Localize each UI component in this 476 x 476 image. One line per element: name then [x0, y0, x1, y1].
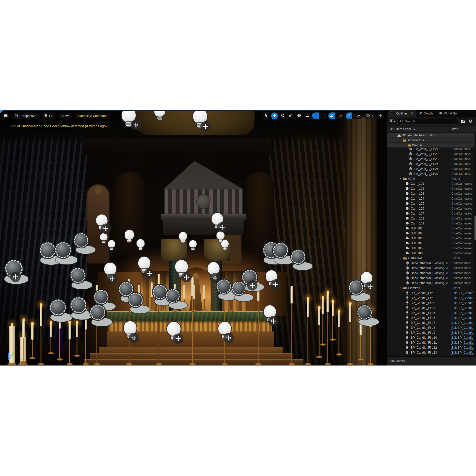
point-light-sprite-icon[interactable] [179, 232, 187, 243]
outliner-row[interactable]: DarkCathedral_Blocking_v0StaticMeshAct [387, 281, 475, 286]
outliner-row[interactable]: Still_103CineCameraAc [387, 236, 475, 241]
outliner-row[interactable]: ▾CathedralFolder [387, 256, 475, 261]
move-gizmo-icon[interactable] [270, 279, 281, 290]
camera-speed-value[interactable]: 4 [364, 112, 376, 119]
emitter-sprite-icon[interactable] [153, 285, 167, 299]
outliner-row[interactable]: DarkCathedral_Blocking_v0StaticMeshAct [387, 271, 475, 276]
move-gizmo-icon[interactable] [217, 222, 227, 232]
outliner-row[interactable]: Cam_104CineCameraAc [387, 196, 475, 201]
grid-snap-value[interactable]: 10 [319, 112, 327, 119]
outliner-settings-button[interactable]: ⚙ [468, 119, 473, 124]
emitter-sprite-icon[interactable] [273, 243, 288, 258]
expand-arrow-icon[interactable]: ▾ [400, 287, 401, 289]
angle-snap-button[interactable] [328, 112, 335, 119]
outliner-row[interactable]: DarkCathedral_Blocking_v0StaticMeshAct [387, 261, 475, 266]
camera-speed-group[interactable]: 4 [364, 112, 376, 119]
emitter-sprite-icon[interactable] [90, 305, 106, 320]
expand-arrow-icon[interactable]: ▾ [400, 177, 401, 180]
move-gizmo-icon[interactable] [210, 273, 220, 283]
outliner-row[interactable]: Cam_105CineCameraAc [387, 201, 475, 206]
scale-tool-button[interactable] [288, 112, 294, 119]
move-gizmo-icon[interactable] [131, 120, 141, 130]
scalability-button[interactable]: Scalability: Cinematic [73, 112, 110, 119]
outliner-row[interactable]: BP_Candle_Fire2Edit BP_Candle [387, 295, 475, 300]
search-chevron-icon[interactable]: ▾ [454, 120, 456, 123]
outliner-row[interactable]: Cam_109CineCameraAc [387, 221, 475, 226]
outliner-row[interactable]: ▾CAMFolder [387, 176, 475, 181]
outliner-row[interactable]: Cam_108CineCameraAc [387, 216, 475, 221]
outliner-row[interactable]: Cam_107CineCameraAc [387, 211, 475, 216]
point-light-sprite-icon[interactable] [100, 233, 108, 243]
outliner-row[interactable]: BP_Candle_Fire3Edit BP_Candle [387, 300, 475, 305]
move-gizmo-icon[interactable] [365, 282, 375, 292]
outliner-row[interactable]: SM_Wall_A_LP23StaticMeshAct [387, 156, 475, 161]
outliner-row[interactable]: Still_104CineCameraAc [387, 241, 475, 246]
move-gizmo-icon[interactable] [268, 316, 279, 326]
outliner-row[interactable]: BP_Candle_Fire12Edit BP_Candle [387, 345, 475, 350]
edit-blueprint-link[interactable]: Edit BP_Candle [451, 301, 475, 305]
perspective-selector[interactable]: Perspective [11, 112, 39, 119]
outliner-scrollbar-track[interactable] [475, 133, 476, 356]
edit-blueprint-link[interactable]: Edit BP_Candle [451, 316, 475, 320]
outliner-row[interactable]: SM_Wall_A_LP27StaticMeshAct [387, 171, 475, 176]
point-light-sprite-icon[interactable] [189, 240, 197, 250]
emitter-sprite-icon[interactable] [357, 305, 372, 320]
point-light-sprite-icon[interactable] [108, 240, 115, 250]
outliner-row[interactable]: Cam_106CineCameraAc [387, 206, 475, 211]
viewport[interactable]: Perspective Lit Show Scalability: Cinema… [0, 110, 387, 366]
outliner-row[interactable]: Still_105CineCameraAc [387, 246, 475, 251]
emitter-sprite-icon[interactable] [232, 282, 246, 295]
edit-blueprint-link[interactable]: Edit BP_Candle [451, 341, 475, 345]
outliner-row[interactable]: DarkCathedral_Blocking_v0StaticMeshAct [387, 276, 475, 281]
edit-blueprint-link[interactable]: Edit BP_Candle [451, 291, 475, 295]
outliner-scrollbar-thumb[interactable] [475, 216, 476, 240]
outliner-row[interactable]: Cam_103CineCameraAc [387, 191, 475, 196]
surface-snapping-button[interactable] [304, 112, 311, 119]
emitter-sprite-icon[interactable] [291, 250, 305, 264]
outliner-row[interactable]: BP_Candle_Fire6Edit BP_Candle [387, 315, 475, 320]
outliner-row[interactable]: Wall_A [387, 143, 475, 148]
outliner-row[interactable]: BP_Candle_Fire7Edit BP_Candle [387, 320, 475, 325]
emitter-sprite-icon[interactable] [166, 289, 180, 303]
move-gizmo-icon[interactable] [247, 280, 257, 291]
edit-blueprint-link[interactable]: Edit BP_Candle [451, 351, 475, 355]
move-gizmo-icon[interactable] [181, 272, 192, 282]
outliner-row[interactable]: Cam_102CineCameraAc [387, 186, 475, 191]
column-item-label[interactable]: Item Label [396, 127, 411, 131]
emitter-sprite-icon[interactable] [94, 290, 109, 304]
move-tool-button[interactable] [271, 112, 278, 119]
emitter-sprite-icon[interactable] [71, 268, 86, 283]
point-light-sprite-icon[interactable] [154, 110, 165, 120]
maximize-viewport-button[interactable] [377, 112, 384, 119]
angle-snap-value[interactable]: 10° [335, 112, 344, 119]
edit-blueprint-link[interactable]: Edit BP_Candle [451, 311, 475, 315]
move-gizmo-icon[interactable] [200, 121, 211, 132]
outliner-row[interactable]: DarkCathedral_Blocking_v0StaticMeshAct [387, 266, 475, 271]
outliner-row[interactable]: SM_Wall_A_LP26StaticMeshAct [387, 166, 475, 171]
move-gizmo-icon[interactable] [173, 333, 183, 344]
outliner-row[interactable]: BP_Candle_FireEdit BP_Candle [387, 291, 475, 295]
move-gizmo-icon[interactable] [144, 268, 154, 279]
emitter-sprite-icon[interactable] [71, 297, 86, 313]
outliner-row[interactable]: ▾FlamitasFolder [387, 286, 475, 291]
emitter-sprite-icon[interactable] [74, 233, 88, 248]
close-tab-icon[interactable]: ✕ [410, 111, 413, 115]
emitter-sprite-icon[interactable] [55, 242, 71, 258]
edit-blueprint-link[interactable]: Edit BP_Candle [451, 321, 475, 325]
outliner-filter-button[interactable]: ▾ [389, 119, 395, 124]
tab-world-settings[interactable]: World Se... [436, 110, 462, 117]
tab-details[interactable]: Details [416, 110, 436, 117]
point-light-sprite-icon[interactable] [137, 239, 145, 250]
column-type[interactable]: Type [451, 127, 458, 131]
outliner-row[interactable]: BP_Candle_Fire9Edit BP_Candle [387, 330, 475, 335]
eye-icon[interactable] [390, 128, 394, 131]
outliner-row[interactable]: Still_102CineCameraAc [387, 231, 475, 236]
scale-snap-value[interactable]: 0.25 [352, 112, 363, 119]
outliner-row[interactable]: BP_Candle_Fire11Edit BP_Candle [387, 340, 475, 345]
move-gizmo-icon[interactable] [107, 274, 117, 284]
move-gizmo-icon[interactable] [129, 333, 139, 343]
move-gizmo-icon[interactable] [101, 223, 111, 234]
emitter-sprite-icon[interactable] [50, 299, 66, 315]
edit-blueprint-link[interactable]: Edit BP_Candle [451, 326, 475, 330]
point-light-sprite-icon[interactable] [221, 240, 229, 250]
